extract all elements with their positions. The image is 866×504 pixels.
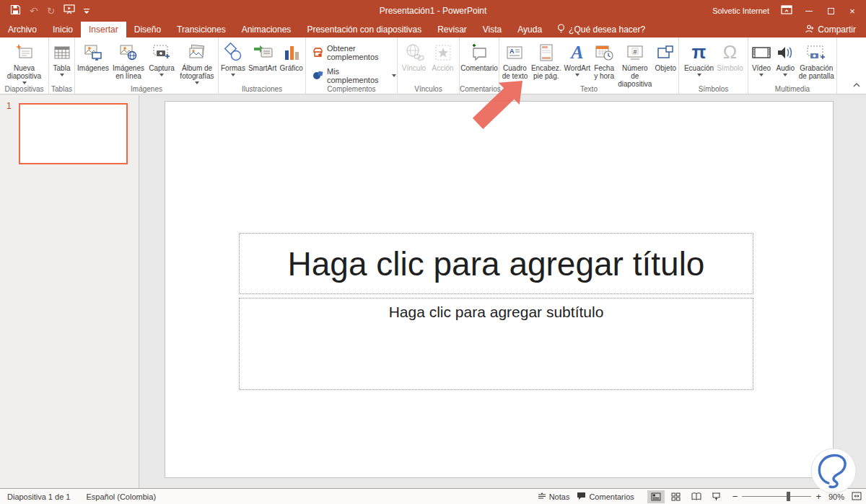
new-slide-button[interactable]: Nueva diapositiva (3, 40, 46, 85)
ribbon-display-options-icon[interactable] (781, 4, 792, 17)
pictures-label: Imágenes (77, 64, 109, 72)
zoom-out-button[interactable]: − (732, 491, 738, 502)
shapes-button[interactable]: Formas (219, 40, 247, 77)
notes-toggle[interactable]: Notas (538, 492, 570, 501)
language-status[interactable]: Español (Colombia) (86, 492, 156, 501)
tab-presentacion[interactable]: Presentación con diapositivas (299, 22, 429, 37)
header-footer-button[interactable]: Encabez. pie pág. (530, 40, 563, 81)
ribbon: Nueva diapositiva Diapositivas Tabla Tab… (0, 37, 866, 94)
tab-vista[interactable]: Vista (475, 22, 509, 37)
group-tablas: Tabla Tablas (49, 37, 75, 94)
comments-toggle[interactable]: Comentarios (577, 492, 634, 501)
tab-archivo[interactable]: Archivo (0, 22, 45, 37)
get-addins-button[interactable]: Obtener complementos (307, 44, 396, 61)
collapse-ribbon-icon[interactable] (853, 77, 860, 90)
status-bar: Diapositiva 1 de 1 Español (Colombia) No… (0, 488, 866, 504)
audio-button[interactable]: Audio (774, 40, 797, 77)
tab-transiciones[interactable]: Transiciones (169, 22, 234, 37)
new-slide-label: Nueva diapositiva (4, 64, 45, 80)
chart-button[interactable]: Gráfico (278, 40, 305, 73)
slide-thumbnail-panel[interactable]: 1 (0, 95, 139, 488)
svg-text:A: A (509, 48, 515, 55)
my-addins-button[interactable]: Mis complementos (307, 67, 396, 84)
view-reading-button[interactable] (688, 490, 705, 503)
share-button[interactable]: Compartir (805, 22, 866, 37)
tab-inicio[interactable]: Inicio (45, 22, 81, 37)
audio-icon (775, 40, 795, 64)
view-slideshow-button[interactable] (708, 490, 725, 503)
dropdown-caret-icon (697, 74, 701, 76)
date-time-button[interactable]: Fecha y hora (592, 40, 616, 81)
smartart-button[interactable]: SmartArt (247, 40, 278, 73)
subtitle-placeholder[interactable]: Haga clic para agregar subtítulo (239, 298, 753, 390)
slide-canvas[interactable]: Haga clic para agregar título Haga clic … (165, 101, 834, 478)
action-label: Acción (432, 64, 453, 72)
tab-diseno[interactable]: Diseño (126, 22, 169, 37)
tell-me-box[interactable]: ¿Qué desea hacer? (550, 22, 652, 37)
wordart-button[interactable]: A WordArt (563, 40, 592, 77)
start-slideshow-icon[interactable] (64, 4, 75, 17)
comment-label: Comentario (460, 64, 498, 72)
zoom-slider[interactable]: − + (732, 491, 821, 502)
equation-label: Ecuación (684, 64, 714, 72)
link-button: Vínculo (400, 40, 429, 73)
comments-icon (577, 492, 586, 501)
tab-animaciones[interactable]: Animaciones (234, 22, 299, 37)
online-pictures-button[interactable]: Imágenes en línea (110, 40, 146, 81)
equation-button[interactable]: π Ecuación (683, 40, 716, 77)
view-slide-sorter-button[interactable] (668, 490, 685, 503)
text-box-button[interactable]: A Cuadro de texto (500, 40, 530, 81)
my-addins-label: Mis complementos (327, 67, 385, 84)
tab-revisar[interactable]: Revisar (429, 22, 475, 37)
photo-album-label: Álbum de fotografías (178, 64, 216, 80)
screen-recording-label: Grabación de pantalla (799, 64, 834, 80)
zoom-slider-thumb[interactable] (787, 492, 790, 501)
tab-ayuda[interactable]: Ayuda (509, 22, 550, 37)
object-icon (655, 40, 675, 64)
action-button: Acción (429, 40, 458, 73)
screenshot-button[interactable]: Captura (146, 40, 177, 77)
lightbulb-icon (557, 24, 565, 36)
close-button[interactable]: × (847, 6, 857, 16)
slide-editor-area: Haga clic para agregar título Haga clic … (140, 95, 866, 488)
minimize-button[interactable] (804, 6, 814, 16)
dropdown-caret-icon (759, 74, 764, 76)
slide-number-button[interactable]: # Número de diapositiva (616, 40, 653, 89)
video-icon (751, 40, 772, 64)
new-slide-icon (14, 40, 35, 64)
smartart-label: SmartArt (248, 64, 276, 72)
dropdown-caret-icon (22, 81, 27, 84)
group-label: Ilustraciones (219, 85, 305, 93)
table-button[interactable]: Tabla (50, 40, 74, 77)
group-vinculos: Vínculo Acción Vínculos (398, 37, 460, 94)
dropdown-caret-icon (159, 74, 164, 76)
callout-arrow-pointer (468, 76, 529, 141)
maximize-button[interactable] (826, 6, 836, 16)
slide-thumbnail[interactable] (19, 103, 128, 164)
group-complementos: Obtener complementos Mis complementos Co… (306, 37, 398, 94)
zoom-slider-track[interactable] (742, 496, 811, 497)
view-normal-button[interactable] (647, 490, 665, 503)
symbol-icon: Ω (723, 40, 737, 64)
symbol-button: Ω Símbolo (716, 40, 745, 73)
save-icon[interactable] (10, 4, 21, 18)
pictures-button[interactable]: Imágenes (76, 40, 110, 73)
chart-icon (281, 40, 302, 64)
store-icon (312, 47, 323, 59)
action-icon (433, 40, 453, 64)
screenshot-label: Captura (149, 64, 175, 72)
watermark-logo (810, 447, 857, 498)
account-name[interactable]: Solvetic Internet (712, 6, 769, 15)
object-button[interactable]: Objeto (654, 40, 678, 73)
photo-album-button[interactable]: Álbum de fotografías (177, 40, 217, 85)
screen-recording-button[interactable]: Grabación de pantalla (797, 40, 836, 81)
video-button[interactable]: Vídeo (749, 40, 774, 77)
slide-count-status[interactable]: Diapositiva 1 de 1 (7, 492, 70, 501)
comment-button[interactable]: Comentario (460, 40, 498, 73)
title-bar: ↶ ↻ Presentación1 - PowerPoint Solvetic … (0, 0, 866, 22)
title-placeholder[interactable]: Haga clic para agregar título (239, 233, 753, 294)
group-label: Símbolos (679, 85, 748, 93)
customize-qat-icon[interactable] (84, 4, 89, 17)
tab-insertar[interactable]: Insertar (81, 22, 126, 37)
table-label: Tabla (53, 64, 71, 72)
